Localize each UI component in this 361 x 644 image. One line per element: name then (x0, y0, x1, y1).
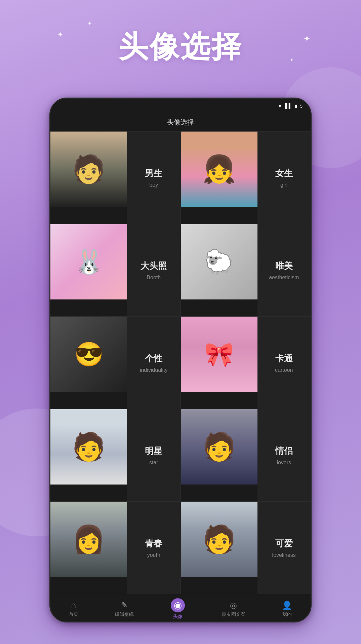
lovers-photo[interactable]: 🧑 (181, 409, 257, 485)
nav-item-moments[interactable]: ◎ 朋友圈文案 (215, 598, 252, 620)
star-photo[interactable]: 🧑 (50, 409, 127, 485)
nav-item-mine[interactable]: 👤 我的 (275, 598, 299, 620)
signal-icon: ▋▌ (285, 103, 292, 109)
aestheticism-photo[interactable]: 🐑 (181, 224, 257, 299)
edit-wallpaper-label: 编辑壁纸 (115, 611, 134, 617)
nav-item-edit-wallpaper[interactable]: ✎ 编辑壁纸 (108, 598, 141, 620)
cartoon-zh-label: 卡通 (275, 353, 293, 364)
booth-en-label: Booth (147, 275, 161, 281)
edit-wallpaper-icon: ✎ (121, 601, 128, 610)
cartoon-label-cell[interactable]: 卡通 cartoon (257, 317, 311, 409)
boy-zh-label: 男生 (145, 168, 162, 179)
grid-content-area: 🧑 男生 boy 👧 女生 girl 🐰 大头照 Booth (50, 132, 311, 594)
star-zh-label: 明星 (145, 445, 162, 457)
battery-icon: ▮ (295, 103, 297, 109)
individuality-zh-label: 个性 (145, 353, 162, 364)
star-en-label: star (149, 460, 158, 466)
booth-photo[interactable]: 🐰 (50, 224, 127, 299)
youth-label-cell[interactable]: 青春 youth (127, 502, 181, 594)
aestheticism-en-label: aestheticism (269, 275, 299, 281)
lovers-en-label: lovers (277, 460, 291, 466)
individuality-photo[interactable]: 😎 (50, 317, 127, 392)
girl-photo[interactable]: 👧 (181, 132, 257, 207)
top-navigation: 头像选择 (50, 113, 311, 132)
moments-icon: ◎ (230, 601, 237, 610)
grid-row-youth-loveliness: 👩 青春 youth 🧑 可爱 loveliness (50, 502, 311, 594)
booth-label-cell[interactable]: 大头照 Booth (127, 224, 181, 316)
status-bar: ▼ ▋▌ ▮ 5 (50, 99, 311, 113)
individuality-label-cell[interactable]: 个性 individuality (127, 317, 181, 409)
mine-icon: 👤 (282, 601, 292, 610)
grid-row-boy-girl: 🧑 男生 boy 👧 女生 girl (50, 132, 311, 224)
girl-label-cell[interactable]: 女生 girl (257, 132, 311, 224)
star-label-cell[interactable]: 明星 star (127, 409, 181, 501)
booth-zh-label: 大头照 (141, 260, 167, 272)
girl-zh-label: 女生 (275, 168, 293, 179)
individuality-en-label: individuality (140, 367, 168, 373)
time-display: 5 (300, 104, 303, 109)
loveliness-label-cell[interactable]: 可爱 loveliness (257, 502, 311, 594)
avatar-label: 头像 (173, 614, 183, 620)
wifi-icon: ▼ (278, 103, 282, 109)
aestheticism-label-cell[interactable]: 唯美 aestheticism (257, 224, 311, 316)
loveliness-en-label: loveliness (272, 552, 296, 558)
boy-label-cell[interactable]: 男生 boy (127, 132, 181, 224)
phone-frame: ▼ ▋▌ ▮ 5 头像选择 🧑 男生 boy 👧 女生 girl (49, 98, 312, 622)
hero-title: 头像选择 (0, 27, 361, 67)
grid-row-booth-aestheticism: 🐰 大头照 Booth 🐑 唯美 aestheticism (50, 224, 311, 317)
cute-photo[interactable]: 🧑 (181, 502, 257, 577)
avatar-icon: ◉ (171, 598, 185, 612)
loveliness-zh-label: 可爱 (275, 538, 293, 549)
home-label: 首页 (69, 611, 78, 617)
nav-item-home[interactable]: ⌂ 首页 (62, 598, 85, 620)
home-icon: ⌂ (71, 601, 76, 610)
lovers-zh-label: 情侣 (275, 445, 293, 457)
sparkle-2: ✦ (87, 20, 92, 27)
nav-item-avatar[interactable]: ◉ 头像 (164, 596, 192, 622)
bottom-navigation: ⌂ 首页 ✎ 编辑壁纸 ◉ 头像 ◎ 朋友圈文案 👤 我的 (50, 594, 311, 622)
aestheticism-zh-label: 唯美 (275, 260, 293, 272)
nav-title: 头像选择 (167, 118, 194, 127)
cartoon-en-label: cartoon (275, 367, 293, 373)
youth-zh-label: 青春 (145, 538, 162, 549)
youth-photo[interactable]: 👩 (50, 502, 127, 577)
boy-photo[interactable]: 🧑 (50, 132, 127, 207)
grid-row-star-lovers: 🧑 明星 star 🧑 情侣 lovers (50, 409, 311, 502)
boy-en-label: boy (149, 182, 158, 188)
grid-row-individuality-cartoon: 😎 个性 individuality 🎀 卡通 cartoon (50, 317, 311, 409)
lovers-label-cell[interactable]: 情侣 lovers (257, 409, 311, 501)
mine-label: 我的 (282, 611, 292, 617)
cartoon-photo[interactable]: 🎀 (181, 317, 257, 392)
moments-label: 朋友圈文案 (222, 611, 245, 617)
youth-en-label: youth (147, 552, 160, 558)
girl-en-label: girl (280, 182, 287, 188)
